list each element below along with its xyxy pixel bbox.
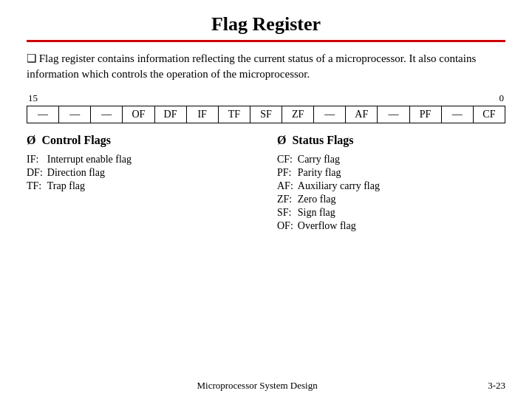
status-arrow-icon: Ø [277, 134, 286, 146]
register-cell: TF [218, 106, 250, 123]
list-item: TF:Trap flag [27, 180, 136, 193]
register-cell: OF [123, 106, 154, 123]
flag-abbr: TF: [27, 180, 47, 193]
register-cell: — [441, 106, 473, 123]
register-cell: PF [409, 106, 441, 123]
register-cell: — [314, 106, 346, 123]
register-cell: SF [250, 106, 282, 123]
title-rule [27, 40, 505, 42]
flag-abbr: OF: [277, 219, 298, 233]
register-numbers: 15 0 [27, 92, 505, 104]
status-flags-title: Ø Status Flags [277, 134, 505, 147]
register-cell: DF [154, 106, 186, 123]
sections: Ø Control Flags IF:Interrupt enable flag… [27, 134, 505, 233]
flag-desc: Carry flag [298, 153, 384, 166]
flag-abbr: SF: [277, 206, 298, 219]
register-cell: IF [186, 106, 218, 123]
list-item: DF:Direction flag [27, 166, 136, 180]
register-cell: — [91, 106, 123, 123]
list-item: SF:Sign flag [277, 206, 384, 219]
page-title: Flag Register [27, 13, 505, 35]
flag-abbr: DF: [27, 166, 47, 180]
flag-abbr: ZF: [277, 193, 298, 206]
flag-abbr: AF: [277, 180, 298, 193]
register-cell: CF [473, 106, 505, 123]
flag-abbr: IF: [27, 153, 47, 166]
list-item: PF:Parity flag [277, 166, 384, 180]
register-cell: ZF [282, 106, 314, 123]
reg-left-num: 15 [28, 92, 38, 104]
flag-desc: Overflow flag [298, 219, 384, 233]
intro-text: ❑ Flag register contains information ref… [27, 51, 505, 82]
register-cell: AF [346, 106, 378, 123]
control-flags-table: IF:Interrupt enable flagDF:Direction fla… [27, 153, 136, 193]
status-flags-table: CF:Carry flagPF:Parity flagAF:Auxiliary … [277, 153, 384, 233]
register-cell: — [27, 106, 59, 123]
register-cell: — [378, 106, 409, 123]
list-item: CF:Carry flag [277, 153, 384, 166]
flag-desc: Parity flag [298, 166, 384, 180]
footer: Microprocessor System Design 3-23 [0, 380, 532, 392]
flag-abbr: CF: [277, 153, 298, 166]
register-cell: — [59, 106, 91, 123]
flag-desc: Sign flag [298, 206, 384, 219]
status-flags-section: Ø Status Flags CF:Carry flagPF:Parity fl… [277, 134, 505, 233]
flag-desc: Interrupt enable flag [47, 153, 136, 166]
flag-desc: Direction flag [47, 166, 136, 180]
flag-desc: Zero flag [298, 193, 384, 206]
register-table: ———OFDFIFTFSFZF—AF—PF—CF [27, 106, 505, 123]
bullet-icon: ❑ [27, 52, 36, 64]
register-diagram: 15 0 ———OFDFIFTFSFZF—AF—PF—CF [27, 92, 505, 123]
flag-abbr: PF: [277, 166, 298, 180]
control-flags-section: Ø Control Flags IF:Interrupt enable flag… [27, 134, 255, 233]
control-flags-title: Ø Control Flags [27, 134, 255, 147]
reg-right-num: 0 [499, 92, 505, 104]
control-arrow-icon: Ø [27, 134, 35, 146]
page: Flag Register ❑ Flag register contains i… [0, 0, 532, 240]
register-cells-row: ———OFDFIFTFSFZF—AF—PF—CF [27, 106, 505, 123]
flag-desc: Auxiliary carry flag [298, 180, 384, 193]
flag-desc: Trap flag [47, 180, 136, 193]
list-item: IF:Interrupt enable flag [27, 153, 136, 166]
intro-content: Flag register contains information refle… [27, 52, 476, 80]
list-item: ZF:Zero flag [277, 193, 384, 206]
list-item: OF:Overflow flag [277, 219, 384, 233]
footer-right: 3-23 [488, 380, 505, 392]
footer-center: Microprocessor System Design [197, 380, 317, 392]
list-item: AF:Auxiliary carry flag [277, 180, 384, 193]
